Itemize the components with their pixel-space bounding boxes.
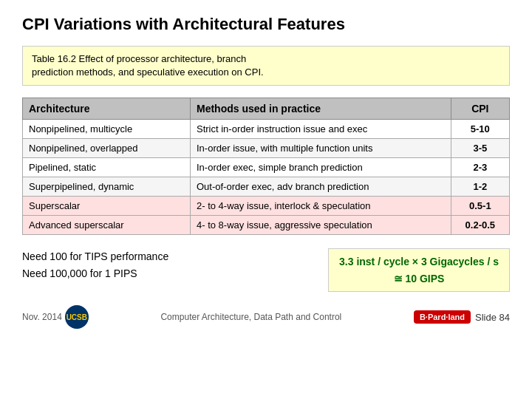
footer-center: Computer Architecture, Data Path and Con…	[160, 312, 341, 322]
col-methods: Methods used in practice	[191, 98, 451, 120]
cell-arch: Nonpipelined, multicycle	[23, 120, 191, 139]
slide-number: Slide 84	[475, 312, 510, 323]
cell-cpi: 0.2-0.5	[451, 216, 509, 235]
cell-arch: Advanced superscalar	[23, 216, 191, 235]
cell-cpi: 3-5	[451, 139, 509, 158]
need-line2: Need 100,000 for 1 PIPS	[22, 265, 168, 282]
table-row: Superscalar 2- to 4-way issue, interlock…	[23, 197, 510, 216]
ucsb-logo: Nov. 2014 UCSB	[22, 305, 89, 329]
ucsb-circle: UCSB	[65, 305, 89, 329]
slide: CPI Variations with Architectural Featur…	[0, 0, 532, 399]
bottom-section: Need 100 for TIPS performance Need 100,0…	[22, 248, 510, 292]
need-text: Need 100 for TIPS performance Need 100,0…	[22, 248, 168, 282]
table-row: Pipelined, static In-order exec, simple …	[23, 158, 510, 177]
table-header-row: Architecture Methods used in practice CP…	[23, 98, 510, 120]
need-line1: Need 100 for TIPS performance	[22, 248, 168, 265]
table-row: Nonpipelined, multicycle Strict in-order…	[23, 120, 510, 139]
footer-date: Nov. 2014	[22, 312, 62, 322]
ucsb-label: UCSB	[66, 313, 87, 321]
cell-cpi: 5-10	[451, 120, 509, 139]
col-cpi: CPI	[451, 98, 509, 120]
cell-method: In-order exec, simple branch prediction	[191, 158, 451, 177]
cell-arch: Pipelined, static	[23, 158, 191, 177]
cell-method: 2- to 4-way issue, interlock & speculati…	[191, 197, 451, 216]
cell-arch: Superscalar	[23, 197, 191, 216]
cell-arch: Nonpipelined, overlapped	[23, 139, 191, 158]
footer: Nov. 2014 UCSB Computer Architecture, Da…	[22, 305, 510, 329]
cell-method: 4- to 8-way issue, aggressive speculatio…	[191, 216, 451, 235]
cell-method: Strict in-order instruction issue and ex…	[191, 120, 451, 139]
cell-cpi: 0.5-1	[451, 197, 509, 216]
gips-box: 3.3 inst / cycle × 3 Gigacycles / s ≅ 10…	[328, 248, 510, 292]
table-row: Nonpipelined, overlapped In-order issue,…	[23, 139, 510, 158]
cpi-table: Architecture Methods used in practice CP…	[22, 98, 510, 235]
cell-cpi: 2-3	[451, 158, 509, 177]
table-row: Advanced superscalar 4- to 8-way issue, …	[23, 216, 510, 235]
caption-line2: prediction methods, and speculative exec…	[32, 66, 264, 78]
cell-cpi: 1-2	[451, 177, 509, 197]
col-architecture: Architecture	[23, 98, 191, 120]
caption-box: Table 16.2 Effect of processor architect…	[22, 46, 510, 86]
cell-arch: Superpipelined, dynamic	[23, 177, 191, 197]
cell-method: In-order issue, with multiple function u…	[191, 139, 451, 158]
right-footer: B·Pard·land Slide 84	[414, 310, 510, 324]
caption-line1: Table 16.2 Effect of processor architect…	[32, 53, 246, 64]
bp-logo: B·Pard·land	[414, 310, 471, 324]
cell-method: Out-of-order exec, adv branch prediction	[191, 177, 451, 197]
gips-line1: 3.3 inst / cycle × 3 Gigacycles / s	[339, 253, 499, 270]
page-title: CPI Variations with Architectural Featur…	[22, 15, 510, 34]
table-row: Superpipelined, dynamic Out-of-order exe…	[23, 177, 510, 197]
gips-line2: ≅ 10 GIPS	[339, 270, 499, 287]
